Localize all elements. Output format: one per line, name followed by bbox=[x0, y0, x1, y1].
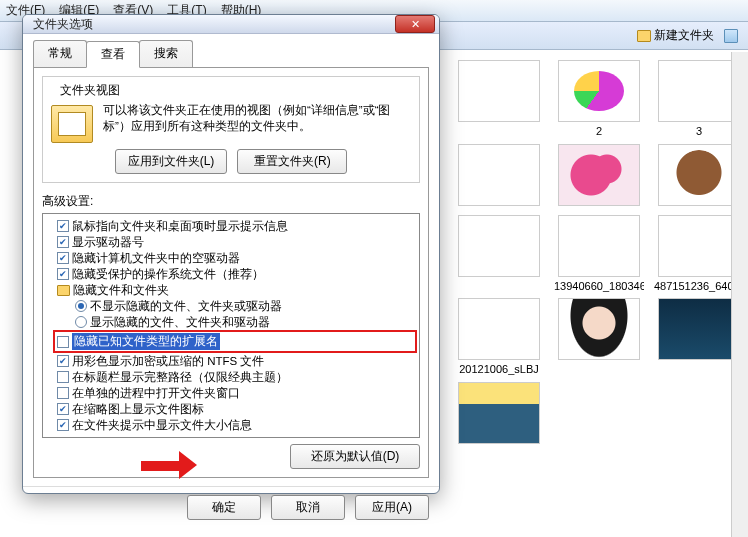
folder-view-desc: 可以将该文件夹正在使用的视图（例如“详细信息”或“图标”）应用到所有这种类型的文… bbox=[103, 103, 411, 134]
thumbnail-image bbox=[558, 215, 640, 277]
thumbnail-item[interactable]: 13940660_180346095374_2 bbox=[552, 215, 646, 293]
checkbox[interactable] bbox=[57, 403, 69, 415]
fieldset-folder-views: 文件夹视图 可以将该文件夹正在使用的视图（例如“详细信息”或“图标”）应用到所有… bbox=[42, 76, 420, 183]
tree-label: 显示驱动器号 bbox=[72, 234, 144, 250]
restore-defaults-button[interactable]: 还原为默认值(D) bbox=[290, 444, 420, 469]
apply-button[interactable]: 应用(A) bbox=[355, 495, 429, 520]
legend-folder-views: 文件夹视图 bbox=[57, 82, 123, 99]
tree-label: 隐藏文件和文件夹 bbox=[73, 282, 169, 298]
thumbnail-item[interactable] bbox=[452, 215, 546, 293]
thumbnail-image bbox=[458, 215, 540, 277]
scrollbar-vertical[interactable] bbox=[731, 52, 748, 537]
thumbnail-item[interactable]: 20121006_sLBJ bbox=[452, 298, 546, 376]
apply-to-folders-button[interactable]: 应用到文件夹(L) bbox=[115, 149, 228, 174]
cancel-button[interactable]: 取消 bbox=[271, 495, 345, 520]
tab-general[interactable]: 常规 bbox=[33, 40, 87, 67]
thumbnail-image bbox=[458, 60, 540, 122]
thumbnail-caption: 13940660_180346095374_2 bbox=[554, 280, 644, 293]
tree-label: 在单独的进程中打开文件夹窗口 bbox=[72, 385, 240, 401]
advanced-settings-tree[interactable]: 鼠标指向文件夹和桌面项时显示提示信息 显示驱动器号 隐藏计算机文件夹中的空驱动器… bbox=[42, 213, 420, 438]
tree-label: 不显示隐藏的文件、文件夹或驱动器 bbox=[90, 298, 282, 314]
checkbox[interactable] bbox=[57, 371, 69, 383]
tree-label: 隐藏计算机文件夹中的空驱动器 bbox=[72, 250, 240, 266]
checkbox[interactable] bbox=[57, 355, 69, 367]
checkbox[interactable] bbox=[57, 419, 69, 431]
thumbnail-image bbox=[658, 215, 740, 277]
radio[interactable] bbox=[75, 300, 87, 312]
thumbnail-item[interactable] bbox=[452, 382, 546, 447]
dialog-titlebar[interactable]: 文件夹选项 ✕ bbox=[23, 15, 439, 34]
thumbnail-item[interactable] bbox=[552, 144, 646, 209]
checkbox[interactable] bbox=[57, 387, 69, 399]
reset-folders-button[interactable]: 重置文件夹(R) bbox=[237, 149, 347, 174]
tab-search[interactable]: 搜索 bbox=[139, 40, 193, 67]
dialog-body: 常规 查看 搜索 文件夹视图 可以将该文件夹正在使用的视图（例如“详细信息”或“… bbox=[23, 34, 439, 486]
tree-label: 显示隐藏的文件、文件夹和驱动器 bbox=[90, 314, 270, 330]
thumbnail-image bbox=[558, 60, 640, 122]
thumbnail-grid: 2313940660_180346095374_2487151236_640_6… bbox=[448, 56, 748, 537]
checkbox[interactable] bbox=[57, 268, 69, 280]
tree-label: 在标题栏显示完整路径（仅限经典主题） bbox=[72, 369, 288, 385]
thumbnail-image bbox=[458, 144, 540, 206]
thumbnail-caption: 20121006_sLBJ bbox=[454, 363, 544, 376]
thumbnail-image bbox=[558, 144, 640, 206]
tree-label: 隐藏已知文件类型的扩展名 bbox=[72, 333, 220, 350]
dialog-title: 文件夹选项 bbox=[33, 16, 93, 33]
checkbox[interactable] bbox=[57, 252, 69, 264]
radio[interactable] bbox=[75, 316, 87, 328]
thumbnail-item[interactable] bbox=[452, 144, 546, 209]
new-folder-label: 新建文件夹 bbox=[654, 27, 714, 44]
checkbox[interactable] bbox=[57, 336, 69, 348]
thumbnail-item[interactable] bbox=[452, 60, 546, 138]
tab-view[interactable]: 查看 bbox=[86, 41, 140, 68]
thumbnail-caption: 2 bbox=[554, 125, 644, 138]
checkbox[interactable] bbox=[57, 236, 69, 248]
tree-label: 用彩色显示加密或压缩的 NTFS 文件 bbox=[72, 353, 264, 369]
advanced-label: 高级设置: bbox=[42, 193, 420, 210]
folder-icon bbox=[57, 285, 70, 296]
tabs: 常规 查看 搜索 bbox=[33, 40, 429, 67]
tab-panel-view: 文件夹视图 可以将该文件夹正在使用的视图（例如“详细信息”或“图标”）应用到所有… bbox=[33, 67, 429, 478]
new-folder-button[interactable]: 新建文件夹 bbox=[637, 27, 714, 44]
thumbnail-image bbox=[658, 60, 740, 122]
highlighted-row-hide-extensions[interactable]: 隐藏已知文件类型的扩展名 bbox=[53, 330, 417, 353]
folder-view-icon bbox=[51, 105, 93, 143]
thumbnail-item[interactable]: 2 bbox=[552, 60, 646, 138]
folder-icon bbox=[637, 30, 651, 42]
ok-button[interactable]: 确定 bbox=[187, 495, 261, 520]
tree-label: 在缩略图上显示文件图标 bbox=[72, 401, 204, 417]
view-mode-icon[interactable] bbox=[724, 29, 738, 43]
tree-label: 隐藏受保护的操作系统文件（推荐） bbox=[72, 266, 264, 282]
thumbnail-item[interactable] bbox=[552, 298, 646, 376]
thumbnail-image bbox=[658, 144, 740, 206]
thumbnail-image bbox=[458, 382, 540, 444]
checkbox[interactable] bbox=[57, 220, 69, 232]
thumbnail-image bbox=[558, 298, 640, 360]
dialog-footer: 确定 取消 应用(A) bbox=[23, 486, 439, 528]
tree-label: 鼠标指向文件夹和桌面项时显示提示信息 bbox=[72, 218, 288, 234]
thumbnail-image bbox=[458, 298, 540, 360]
close-button[interactable]: ✕ bbox=[395, 15, 435, 33]
folder-options-dialog: 文件夹选项 ✕ 常规 查看 搜索 文件夹视图 可以将该文件夹正在使用的视图（例如… bbox=[22, 14, 440, 494]
close-icon: ✕ bbox=[411, 18, 420, 31]
thumbnail-image bbox=[658, 298, 740, 360]
tree-label: 在文件夹提示中显示文件大小信息 bbox=[72, 417, 252, 433]
